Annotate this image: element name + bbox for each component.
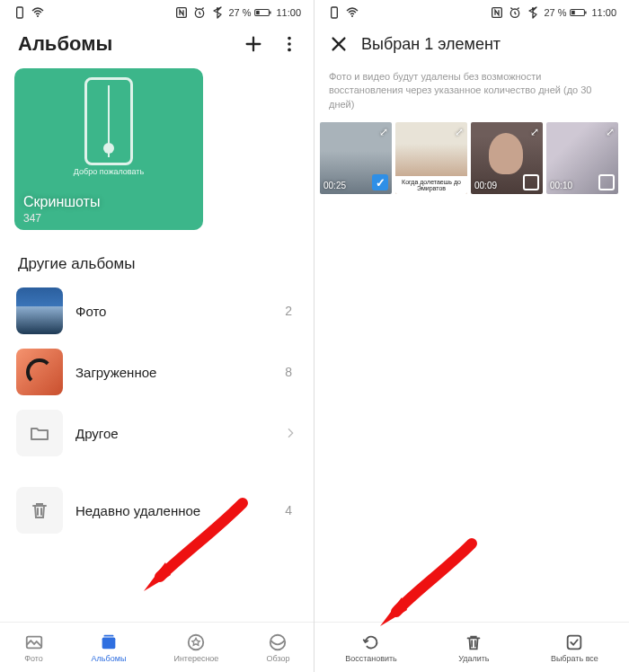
album-label: Другое [75,426,270,441]
svg-point-9 [288,49,291,52]
battery-percent: 27 % [544,7,566,18]
alarm-icon [508,5,522,20]
sim-icon [327,5,341,20]
action-label: Выбрать все [551,654,598,663]
svg-rect-12 [103,634,113,636]
status-bar: 27 % 11:00 [0,0,314,25]
action-label: Восстановить [345,654,397,663]
restore-button[interactable]: Восстановить [345,632,397,663]
deleted-item[interactable]: ⤢ Когда долетаешь до Эмиратов [395,122,467,194]
deleted-items-strip: ⤢ 00:25 ⤢ Когда долетаешь до Эмиратов ⤢ … [314,119,629,198]
selection-header: Выбран 1 элемент [314,25,629,61]
featured-count: 347 [23,212,41,225]
folder-icon [16,410,63,456]
globe-icon [268,632,288,652]
deleted-item[interactable]: ⤢ 00:25 [320,122,392,194]
selection-title: Выбран 1 элемент [361,35,501,54]
status-time: 11:00 [591,7,616,18]
close-icon[interactable] [329,34,349,54]
expand-icon: ⤢ [606,126,615,138]
status-bar: 27 % 11:00 [314,0,629,25]
bottom-nav: Фото Альбомы Интересное Обзор [0,622,314,672]
nav-photo[interactable]: Фото [24,632,44,663]
album-thumb [16,349,63,395]
nav-overview[interactable]: Обзор [266,632,289,663]
featured-album-screenshots[interactable]: Добро пожаловать Скриншоты 347 [14,68,203,230]
more-icon[interactable] [279,34,299,54]
add-icon[interactable] [244,34,263,54]
select-all-button[interactable]: Выбрать все [551,632,598,663]
star-circle-icon [186,632,206,652]
select-all-icon [564,632,584,652]
nfc-icon [174,5,189,20]
svg-rect-0 [17,7,23,18]
expand-icon: ⤢ [455,126,464,138]
nav-label: Фото [24,654,43,663]
album-row-photo[interactable]: Фото 2 [0,280,314,341]
phone-screen-recently-deleted: 27 % 11:00 Выбран 1 элемент Фото и видео… [314,0,629,672]
svg-point-17 [351,15,353,17]
featured-illustration [84,77,133,165]
album-thumb [16,287,63,334]
nav-label: Интересное [173,654,218,663]
chevron-right-icon [283,426,297,440]
restore-icon [361,632,381,652]
nfc-icon [490,5,504,20]
video-duration: 00:10 [550,181,572,190]
deleted-item[interactable]: ⤢ 00:09 [471,122,543,194]
page-title: Альбомы [18,32,112,56]
status-time: 11:00 [276,7,301,18]
nav-albums[interactable]: Альбомы [92,632,127,663]
svg-rect-21 [586,12,587,14]
deletion-note: Фото и видео будут удалены без возможнос… [314,61,629,119]
album-label: Фото [75,304,272,319]
nav-label: Альбомы [92,654,127,663]
nav-interesting[interactable]: Интересное [173,632,218,663]
sim-icon [13,5,27,20]
deleted-item[interactable]: ⤢ 00:10 [546,122,618,194]
album-row-recently-deleted[interactable]: Недавно удаленное 4 [0,480,314,541]
phone-screen-albums: 27 % 11:00 Альбомы Добро пожаловать Скри… [0,0,314,672]
svg-rect-23 [568,635,581,649]
wifi-icon [31,5,45,20]
battery-icon [570,4,588,22]
alarm-icon [192,5,207,20]
bluetooth-icon [526,5,540,20]
section-title-other-albums: Другие альбомы [0,230,314,280]
featured-welcome-text: Добро пожаловать [14,167,203,176]
video-duration: 00:09 [474,181,497,190]
trash-icon [464,632,483,652]
checkbox-unselected[interactable] [523,174,539,190]
expand-icon: ⤢ [379,126,388,138]
svg-rect-16 [332,7,338,18]
album-label: Загруженное [75,365,272,380]
wifi-icon [345,5,359,20]
thumb-caption: Когда долетаешь до Эмиратов [395,176,467,194]
svg-rect-22 [572,11,576,14]
video-duration: 00:25 [323,181,346,190]
battery-icon [254,4,272,22]
album-count: 2 [285,304,297,318]
album-count: 8 [285,365,297,379]
albums-icon [99,632,119,652]
svg-marker-15 [144,562,171,591]
nav-label: Обзор [266,654,289,663]
featured-label: Скриншоты [23,194,100,210]
checkbox-unselected[interactable] [598,174,615,190]
photo-icon [24,632,44,652]
checkbox-selected[interactable] [372,174,388,190]
delete-button[interactable]: Удалить [458,632,489,663]
albums-header: Альбомы [0,25,314,63]
album-row-other[interactable]: Другое [0,402,314,464]
svg-rect-11 [102,637,116,649]
bottom-actions: Восстановить Удалить Выбрать все [314,622,629,672]
album-label: Недавно удаленное [75,503,272,518]
svg-point-1 [37,15,39,17]
album-row-downloads[interactable]: Загруженное 8 [0,341,314,402]
action-label: Удалить [458,654,489,663]
tutorial-arrow-restore [373,535,481,629]
trash-icon [16,487,63,534]
album-count: 4 [285,503,297,517]
svg-point-7 [288,37,291,40]
svg-point-8 [288,42,291,46]
